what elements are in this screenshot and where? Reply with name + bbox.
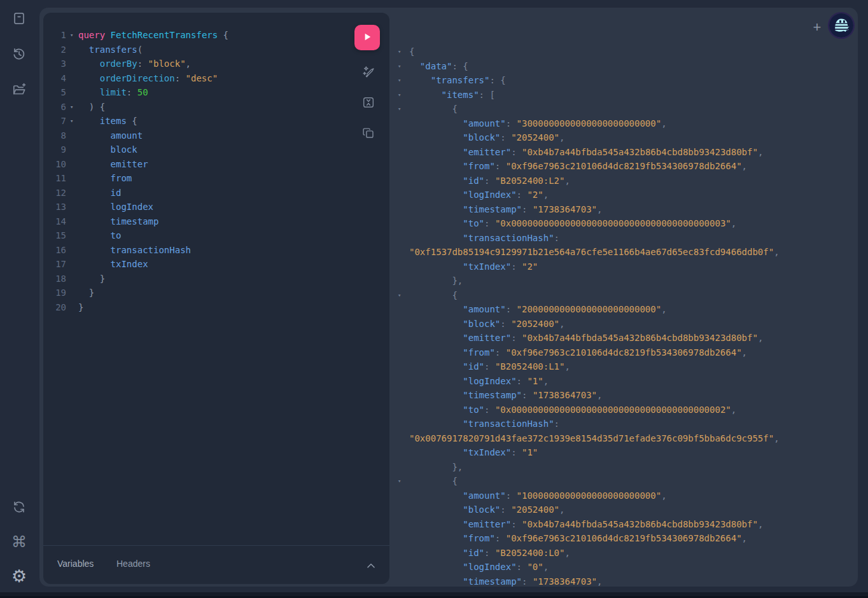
line-number: 6 — [43, 100, 66, 115]
fold-toggle[interactable]: ▾ — [392, 45, 409, 59]
line-number: 9 — [43, 143, 66, 157]
line-number: 18 — [43, 272, 66, 286]
fold-toggle[interactable]: ▾ — [66, 28, 78, 43]
execute-query-button[interactable] — [354, 25, 380, 50]
code-line: 2 transfers( — [43, 43, 389, 57]
add-tab-button[interactable]: + — [809, 19, 825, 36]
query-editor[interactable]: 1▾query FetchRecentTransfers {2 transfer… — [43, 28, 389, 314]
copy-query-button[interactable] — [360, 125, 377, 143]
code-line: ▾ "items": [ — [392, 88, 858, 102]
code-text: transfers( — [78, 43, 143, 57]
code-text: "0x0076917820791d43fae372c1939e8154d35d7… — [409, 431, 780, 446]
fold-gutter — [392, 345, 409, 360]
code-line: 6▾ ) { — [43, 100, 389, 115]
fold-toggle[interactable]: ▾ — [66, 100, 78, 115]
fold-gutter — [392, 116, 409, 131]
code-line: "block": "2052400", — [392, 130, 858, 145]
fold-gutter — [392, 431, 409, 446]
query-editor-panel: 1▾query FetchRecentTransfers {2 transfer… — [43, 13, 389, 584]
code-line: "timestamp": "1738364703", — [392, 388, 858, 403]
code-line: }, — [392, 460, 858, 475]
fold-gutter — [66, 257, 78, 272]
code-line: 15 to — [43, 228, 389, 243]
code-line: }, — [392, 274, 858, 288]
fold-toggle[interactable]: ▾ — [392, 288, 409, 303]
fold-gutter — [66, 186, 78, 200]
code-text: } — [78, 300, 83, 315]
fold-toggle[interactable]: ▾ — [392, 474, 409, 489]
fold-gutter — [66, 85, 78, 100]
fold-gutter — [66, 43, 78, 57]
settings-button[interactable]: ⚙ — [11, 569, 27, 584]
collections-button[interactable] — [11, 82, 27, 97]
code-text: orderBy: "block", — [78, 57, 191, 71]
refetch-schema-button[interactable] — [11, 499, 27, 515]
code-text: }, — [409, 460, 463, 475]
code-text: "timestamp": "1738364703", — [409, 574, 602, 587]
fold-toggle[interactable]: ▾ — [392, 59, 409, 74]
code-text: amount — [78, 129, 143, 143]
docs-button[interactable] — [11, 11, 27, 26]
code-line: 19 } — [43, 286, 389, 300]
fold-gutter — [392, 546, 409, 560]
code-text: "transfers": { — [409, 73, 506, 88]
line-number: 11 — [43, 171, 66, 186]
code-text: txIndex — [78, 257, 148, 272]
tab-headers[interactable]: Headers — [116, 559, 150, 569]
line-number: 13 — [43, 200, 66, 214]
code-text: "emitter": "0xb4b7a44bfbda545a432b86b4cb… — [409, 145, 763, 160]
code-text: "block": "2052400", — [409, 317, 564, 331]
line-number: 20 — [43, 300, 66, 315]
code-line: ▾ { — [392, 288, 858, 303]
code-line: "logIndex": "0", — [392, 560, 858, 574]
docs-icon — [11, 11, 27, 26]
tab-variables[interactable]: Variables — [57, 559, 94, 569]
fold-gutter — [392, 560, 409, 574]
keyboard-shortcuts-button[interactable]: ⌘ — [11, 534, 27, 550]
code-text: block — [78, 143, 137, 157]
fold-toggle[interactable]: ▾ — [66, 114, 78, 129]
line-number: 1 — [43, 28, 66, 43]
code-line: "0x0076917820791d43fae372c1939e8154d35d7… — [392, 431, 858, 446]
history-button[interactable] — [11, 46, 27, 62]
fold-toggle[interactable]: ▾ — [392, 102, 409, 116]
sidebar: ⌘ ⚙ — [0, 0, 38, 598]
fold-toggle[interactable]: ▾ — [392, 88, 409, 102]
code-text: { — [409, 288, 458, 303]
code-text: timestamp — [78, 214, 158, 229]
code-line: 18 } — [43, 272, 389, 286]
collapse-tools-button[interactable] — [367, 561, 375, 571]
line-number: 16 — [43, 243, 66, 258]
code-line: "to": "0x0000000000000000000000000000000… — [392, 216, 858, 231]
line-number: 2 — [43, 43, 66, 57]
code-line: "logIndex": "1", — [392, 374, 858, 389]
ghost-logo-avatar[interactable] — [829, 13, 853, 38]
merge-fragments-button[interactable] — [360, 94, 377, 112]
code-text: logIndex — [78, 200, 153, 214]
line-number: 7 — [43, 114, 66, 129]
line-number: 19 — [43, 286, 66, 300]
code-line: "amount": "3000000000000000000000000", — [392, 116, 858, 131]
fold-gutter — [66, 171, 78, 186]
ghost-icon — [829, 13, 853, 38]
code-line: "emitter": "0xb4b7a44bfbda545a432b86b4cb… — [392, 145, 858, 160]
fold-gutter — [392, 188, 409, 202]
line-number: 5 — [43, 85, 66, 100]
fold-gutter — [392, 302, 409, 317]
code-line: "block": "2052400", — [392, 317, 858, 331]
response-panel: ▾{▾ "data": {▾ "transfers": {▾ "items": … — [392, 8, 858, 587]
merge-fragments-icon — [361, 95, 375, 111]
code-text: "transactionHash": — [409, 417, 559, 431]
play-icon — [361, 31, 373, 45]
response-json: ▾{▾ "data": {▾ "transfers": {▾ "items": … — [392, 45, 858, 587]
settings-gear-icon: ⚙ — [11, 569, 27, 584]
code-text: "transactionHash": — [409, 231, 559, 246]
code-text: "emitter": "0xb4b7a44bfbda545a432b86b4cb… — [409, 517, 763, 532]
fold-gutter — [66, 243, 78, 258]
prettify-button[interactable] — [360, 64, 377, 81]
line-number: 14 — [43, 214, 66, 229]
code-line: 14 timestamp — [43, 214, 389, 229]
fold-gutter — [392, 231, 409, 246]
window-bottom-edge — [0, 592, 868, 598]
fold-toggle[interactable]: ▾ — [392, 73, 409, 88]
